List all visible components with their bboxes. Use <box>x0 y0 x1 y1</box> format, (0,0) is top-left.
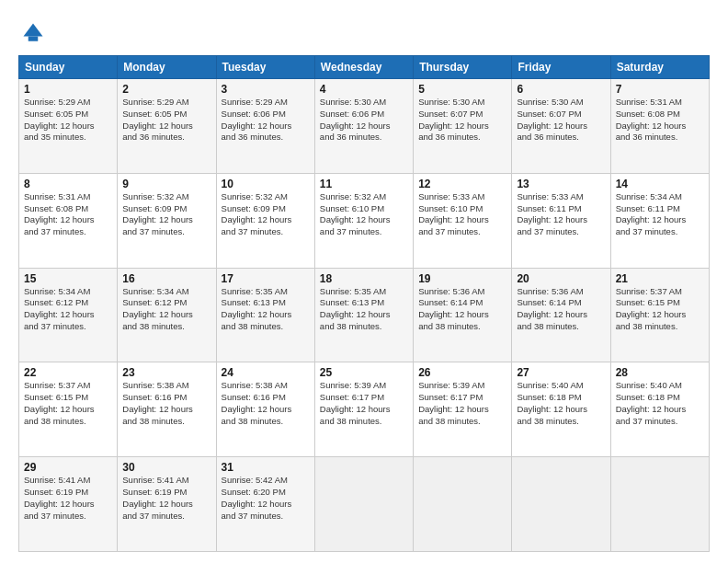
day-info: Sunrise: 5:29 AM Sunset: 6:05 PM Dayligh… <box>24 97 112 144</box>
day-info: Sunrise: 5:33 AM Sunset: 6:10 PM Dayligh… <box>418 191 506 238</box>
calendar-cell: 19Sunrise: 5:36 AM Sunset: 6:14 PM Dayli… <box>414 268 512 362</box>
weekday-header: Thursday <box>414 56 512 79</box>
day-info: Sunrise: 5:34 AM Sunset: 6:12 PM Dayligh… <box>24 286 112 333</box>
weekday-header: Sunday <box>19 56 118 79</box>
day-number: 4 <box>320 83 408 96</box>
calendar-cell: 24Sunrise: 5:38 AM Sunset: 6:16 PM Dayli… <box>216 362 314 457</box>
day-number: 5 <box>418 83 506 96</box>
calendar-cell: 25Sunrise: 5:39 AM Sunset: 6:17 PM Dayli… <box>314 362 413 457</box>
day-number: 29 <box>24 461 112 474</box>
calendar-cell: 10Sunrise: 5:32 AM Sunset: 6:09 PM Dayli… <box>216 173 314 268</box>
calendar-cell: 13Sunrise: 5:33 AM Sunset: 6:11 PM Dayli… <box>512 173 610 268</box>
calendar-cell: 2Sunrise: 5:29 AM Sunset: 6:05 PM Daylig… <box>118 79 216 174</box>
calendar-cell: 20Sunrise: 5:36 AM Sunset: 6:14 PM Dayli… <box>512 268 610 362</box>
day-info: Sunrise: 5:35 AM Sunset: 6:13 PM Dayligh… <box>320 286 408 333</box>
day-number: 16 <box>122 272 210 285</box>
day-info: Sunrise: 5:36 AM Sunset: 6:14 PM Dayligh… <box>517 286 605 333</box>
calendar-cell: 12Sunrise: 5:33 AM Sunset: 6:10 PM Dayli… <box>414 173 512 268</box>
day-number: 26 <box>418 366 506 379</box>
day-info: Sunrise: 5:29 AM Sunset: 6:05 PM Dayligh… <box>122 97 210 144</box>
day-info: Sunrise: 5:39 AM Sunset: 6:17 PM Dayligh… <box>418 380 506 427</box>
weekday-header: Tuesday <box>216 56 314 79</box>
calendar-week-row: 15Sunrise: 5:34 AM Sunset: 6:12 PM Dayli… <box>19 268 710 362</box>
calendar-cell: 21Sunrise: 5:37 AM Sunset: 6:15 PM Dayli… <box>610 268 709 362</box>
calendar-cell: 8Sunrise: 5:31 AM Sunset: 6:08 PM Daylig… <box>19 173 118 268</box>
day-info: Sunrise: 5:31 AM Sunset: 6:08 PM Dayligh… <box>24 191 112 238</box>
calendar-cell: 5Sunrise: 5:30 AM Sunset: 6:07 PM Daylig… <box>414 79 512 174</box>
calendar-cell: 3Sunrise: 5:29 AM Sunset: 6:06 PM Daylig… <box>216 79 314 174</box>
svg-rect-1 <box>28 37 39 41</box>
day-number: 8 <box>24 178 112 190</box>
weekday-header-row: SundayMondayTuesdayWednesdayThursdayFrid… <box>19 56 710 79</box>
day-info: Sunrise: 5:42 AM Sunset: 6:20 PM Dayligh… <box>222 475 310 522</box>
day-info: Sunrise: 5:29 AM Sunset: 6:06 PM Dayligh… <box>222 97 310 144</box>
calendar-page: SundayMondayTuesdayWednesdayThursdayFrid… <box>0 0 728 563</box>
calendar-cell: 18Sunrise: 5:35 AM Sunset: 6:13 PM Dayli… <box>314 268 413 362</box>
calendar-cell: 27Sunrise: 5:40 AM Sunset: 6:18 PM Dayli… <box>512 362 610 457</box>
day-info: Sunrise: 5:37 AM Sunset: 6:15 PM Dayligh… <box>24 380 112 427</box>
day-info: Sunrise: 5:32 AM Sunset: 6:09 PM Dayligh… <box>222 191 310 238</box>
day-info: Sunrise: 5:31 AM Sunset: 6:08 PM Dayligh… <box>616 97 704 144</box>
day-number: 24 <box>222 366 310 379</box>
svg-marker-0 <box>24 24 43 37</box>
day-info: Sunrise: 5:37 AM Sunset: 6:15 PM Dayligh… <box>616 286 704 333</box>
calendar-cell: 11Sunrise: 5:32 AM Sunset: 6:10 PM Dayli… <box>314 173 413 268</box>
calendar-cell: 29Sunrise: 5:41 AM Sunset: 6:19 PM Dayli… <box>19 457 118 552</box>
calendar-cell: 1Sunrise: 5:29 AM Sunset: 6:05 PM Daylig… <box>19 79 118 174</box>
calendar-table: SundayMondayTuesdayWednesdayThursdayFrid… <box>18 55 710 552</box>
day-info: Sunrise: 5:32 AM Sunset: 6:10 PM Dayligh… <box>320 191 408 238</box>
calendar-cell: 16Sunrise: 5:34 AM Sunset: 6:12 PM Dayli… <box>118 268 216 362</box>
day-number: 21 <box>616 272 704 285</box>
calendar-cell: 17Sunrise: 5:35 AM Sunset: 6:13 PM Dayli… <box>216 268 314 362</box>
day-number: 11 <box>320 178 408 190</box>
day-number: 3 <box>222 83 310 96</box>
calendar-cell: 14Sunrise: 5:34 AM Sunset: 6:11 PM Dayli… <box>610 173 709 268</box>
calendar-cell <box>512 457 610 552</box>
day-number: 12 <box>418 178 506 190</box>
weekday-header: Saturday <box>610 56 709 79</box>
day-number: 9 <box>122 178 210 190</box>
weekday-header: Wednesday <box>314 56 413 79</box>
calendar-cell: 31Sunrise: 5:42 AM Sunset: 6:20 PM Dayli… <box>216 457 314 552</box>
calendar-cell: 4Sunrise: 5:30 AM Sunset: 6:06 PM Daylig… <box>314 79 413 174</box>
day-info: Sunrise: 5:34 AM Sunset: 6:12 PM Dayligh… <box>122 286 210 333</box>
day-number: 7 <box>616 83 704 96</box>
day-number: 28 <box>616 366 704 379</box>
calendar-cell: 22Sunrise: 5:37 AM Sunset: 6:15 PM Dayli… <box>19 362 118 457</box>
day-number: 10 <box>222 178 310 190</box>
calendar-cell: 6Sunrise: 5:30 AM Sunset: 6:07 PM Daylig… <box>512 79 610 174</box>
day-info: Sunrise: 5:35 AM Sunset: 6:13 PM Dayligh… <box>222 286 310 333</box>
header <box>18 17 710 46</box>
day-info: Sunrise: 5:38 AM Sunset: 6:16 PM Dayligh… <box>222 380 310 427</box>
day-number: 20 <box>517 272 605 285</box>
day-info: Sunrise: 5:30 AM Sunset: 6:06 PM Dayligh… <box>320 97 408 144</box>
day-number: 15 <box>24 272 112 285</box>
calendar-cell <box>314 457 413 552</box>
calendar-cell: 30Sunrise: 5:41 AM Sunset: 6:19 PM Dayli… <box>118 457 216 552</box>
weekday-header: Friday <box>512 56 610 79</box>
day-number: 17 <box>222 272 310 285</box>
calendar-cell: 28Sunrise: 5:40 AM Sunset: 6:18 PM Dayli… <box>610 362 709 457</box>
day-info: Sunrise: 5:30 AM Sunset: 6:07 PM Dayligh… <box>517 97 605 144</box>
day-number: 19 <box>418 272 506 285</box>
day-info: Sunrise: 5:34 AM Sunset: 6:11 PM Dayligh… <box>616 191 704 238</box>
day-number: 22 <box>24 366 112 379</box>
day-number: 31 <box>222 461 310 474</box>
day-number: 6 <box>517 83 605 96</box>
day-info: Sunrise: 5:36 AM Sunset: 6:14 PM Dayligh… <box>418 286 506 333</box>
calendar-cell <box>414 457 512 552</box>
day-info: Sunrise: 5:32 AM Sunset: 6:09 PM Dayligh… <box>122 191 210 238</box>
day-info: Sunrise: 5:38 AM Sunset: 6:16 PM Dayligh… <box>122 380 210 427</box>
day-info: Sunrise: 5:33 AM Sunset: 6:11 PM Dayligh… <box>517 191 605 238</box>
day-number: 30 <box>122 461 210 474</box>
calendar-week-row: 22Sunrise: 5:37 AM Sunset: 6:15 PM Dayli… <box>19 362 710 457</box>
calendar-week-row: 1Sunrise: 5:29 AM Sunset: 6:05 PM Daylig… <box>19 79 710 174</box>
day-number: 23 <box>122 366 210 379</box>
day-number: 27 <box>517 366 605 379</box>
logo <box>18 20 46 46</box>
day-number: 13 <box>517 178 605 190</box>
calendar-cell: 7Sunrise: 5:31 AM Sunset: 6:08 PM Daylig… <box>610 79 709 174</box>
calendar-cell: 9Sunrise: 5:32 AM Sunset: 6:09 PM Daylig… <box>118 173 216 268</box>
day-info: Sunrise: 5:40 AM Sunset: 6:18 PM Dayligh… <box>517 380 605 427</box>
day-info: Sunrise: 5:40 AM Sunset: 6:18 PM Dayligh… <box>616 380 704 427</box>
